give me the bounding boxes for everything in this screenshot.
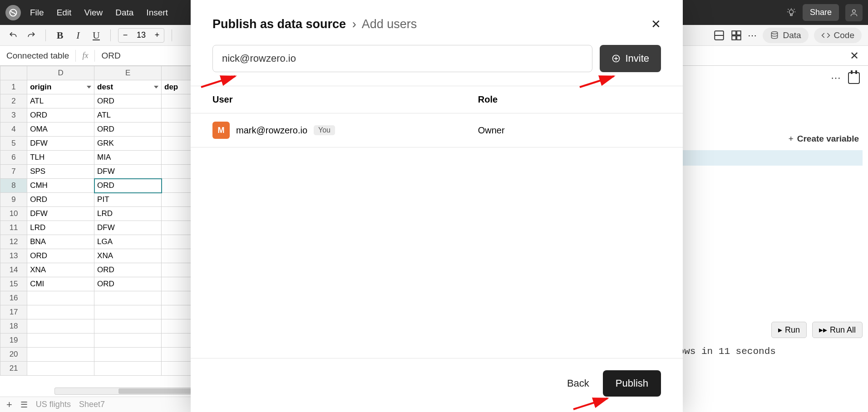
cell[interactable]: CMH: [27, 179, 94, 193]
cell[interactable]: ORD: [94, 263, 162, 277]
cell[interactable]: [162, 108, 195, 123]
row-header[interactable]: 16: [0, 291, 27, 305]
sheet-list-button[interactable]: ☰: [20, 400, 28, 410]
row-header[interactable]: 3: [0, 108, 27, 123]
cell[interactable]: [27, 305, 94, 319]
filter-icon[interactable]: [154, 86, 158, 88]
cell[interactable]: [162, 151, 195, 165]
row-header[interactable]: 11: [0, 221, 27, 235]
cell[interactable]: DFW: [94, 221, 162, 235]
close-icon[interactable]: ✕: [651, 17, 661, 31]
corner-cell[interactable]: [0, 66, 27, 80]
font-size-stepper[interactable]: − 13 +: [118, 28, 164, 43]
row-header[interactable]: 8: [0, 179, 27, 193]
cell[interactable]: [162, 263, 195, 277]
code-panel-toggle[interactable]: Code: [814, 28, 862, 43]
panel-icon-2[interactable]: [730, 29, 742, 41]
cell[interactable]: [94, 334, 162, 348]
row-header[interactable]: 17: [0, 305, 27, 319]
horizontal-scrollbar[interactable]: [54, 387, 192, 395]
row-header[interactable]: 19: [0, 334, 27, 348]
run-button[interactable]: ▸ Run: [771, 322, 807, 338]
cell[interactable]: dest: [94, 80, 162, 94]
cell[interactable]: LGA: [94, 235, 162, 249]
invite-email-input[interactable]: [212, 45, 592, 72]
cell[interactable]: [94, 291, 162, 305]
cell[interactable]: TLH: [27, 151, 94, 165]
row-header[interactable]: 14: [0, 263, 27, 277]
cell[interactable]: [27, 291, 94, 305]
cell[interactable]: origin: [27, 80, 94, 94]
cell[interactable]: [162, 305, 195, 319]
cell[interactable]: DFW: [27, 137, 94, 151]
row-header[interactable]: 5: [0, 137, 27, 151]
cell[interactable]: ORD: [94, 123, 162, 137]
cell[interactable]: [94, 362, 162, 376]
row-header[interactable]: 21: [0, 362, 27, 376]
menu-insert[interactable]: Insert: [146, 8, 168, 18]
cell[interactable]: [94, 305, 162, 319]
row-header[interactable]: 7: [0, 165, 27, 179]
redo-button[interactable]: [25, 29, 38, 42]
undo-button[interactable]: [6, 29, 20, 42]
cell[interactable]: [162, 319, 195, 334]
cell[interactable]: [162, 123, 195, 137]
underline-button[interactable]: U: [89, 29, 103, 42]
cell[interactable]: [162, 165, 195, 179]
row-header[interactable]: 9: [0, 193, 27, 207]
row-header[interactable]: 6: [0, 151, 27, 165]
toolbar-more[interactable]: ⋯: [748, 30, 757, 41]
cell[interactable]: SPS: [27, 165, 94, 179]
close-panel-button[interactable]: ✕: [847, 49, 862, 62]
cell[interactable]: [27, 319, 94, 334]
cell[interactable]: [27, 348, 94, 362]
cell[interactable]: [162, 235, 195, 249]
cell-selected[interactable]: ORD: [94, 179, 162, 193]
app-logo[interactable]: [5, 5, 21, 20]
cell[interactable]: ORD: [27, 249, 94, 263]
menu-data[interactable]: Data: [115, 8, 133, 18]
font-size-plus[interactable]: +: [150, 30, 164, 40]
formula-value[interactable]: ORD: [101, 51, 120, 61]
cell[interactable]: ATL: [94, 108, 162, 123]
row-header[interactable]: 12: [0, 235, 27, 249]
cell[interactable]: DFW: [94, 165, 162, 179]
cell[interactable]: [94, 348, 162, 362]
cell[interactable]: [162, 94, 195, 108]
cell[interactable]: [162, 207, 195, 221]
row-header[interactable]: 13: [0, 249, 27, 263]
cell[interactable]: ORD: [27, 193, 94, 207]
italic-button[interactable]: I: [71, 29, 85, 42]
sheet-tab[interactable]: Sheet7: [79, 400, 105, 409]
bold-button[interactable]: B: [53, 29, 67, 42]
data-panel-toggle[interactable]: Data: [763, 28, 808, 43]
cell[interactable]: GRK: [94, 137, 162, 151]
cell[interactable]: [94, 319, 162, 334]
scroll-thumb[interactable]: [118, 388, 200, 394]
cell[interactable]: DFW: [27, 207, 94, 221]
cell[interactable]: ATL: [27, 94, 94, 108]
row-header[interactable]: 18: [0, 319, 27, 334]
calendar-icon[interactable]: [848, 72, 860, 84]
cell[interactable]: [27, 334, 94, 348]
run-all-button[interactable]: ▸▸ Run All: [812, 322, 863, 338]
row-header[interactable]: 2: [0, 94, 27, 108]
cell[interactable]: LRD: [27, 221, 94, 235]
add-sheet-button[interactable]: +: [6, 399, 12, 411]
cell[interactable]: [162, 334, 195, 348]
cell[interactable]: [162, 348, 195, 362]
user-menu[interactable]: [845, 4, 863, 21]
cell[interactable]: [162, 221, 195, 235]
cell[interactable]: [27, 362, 94, 376]
menu-view[interactable]: View: [84, 8, 103, 18]
cell[interactable]: ORD: [27, 108, 94, 123]
cell[interactable]: [162, 249, 195, 263]
cell[interactable]: [162, 137, 195, 151]
publish-button[interactable]: Publish: [603, 370, 661, 397]
row-header[interactable]: 20: [0, 348, 27, 362]
cell[interactable]: dep: [162, 80, 195, 94]
back-button[interactable]: Back: [567, 378, 589, 389]
cell[interactable]: [162, 277, 195, 291]
font-size-minus[interactable]: −: [118, 30, 132, 40]
menu-file[interactable]: File: [30, 8, 44, 18]
